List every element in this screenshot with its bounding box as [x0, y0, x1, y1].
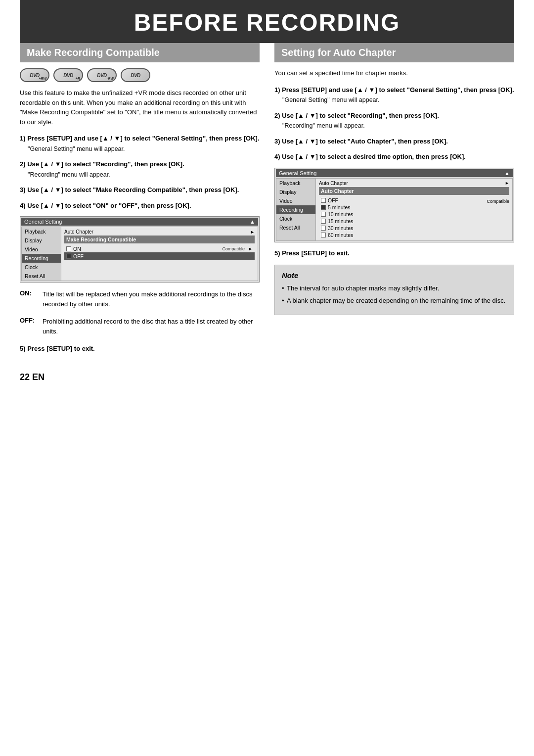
on-term: ON: — [20, 289, 38, 297]
right-ui-body: Playback Display Video Recording Clock R… — [276, 178, 513, 241]
right-step-2-sub: "Recording" menu will appear. — [274, 122, 514, 131]
page-number: 22 EN — [20, 372, 514, 382]
off-def: Prohibiting additional record to the dis… — [43, 317, 260, 336]
dvd-icon-1: DVD +RW — [20, 68, 49, 82]
left-menu-clock: Clock — [22, 263, 61, 272]
right-step-1-title: 1) Press [SETUP] and use [▲ / ▼] to sele… — [274, 85, 514, 95]
right-press-setup: 5) Press [SETUP] to exit. — [274, 249, 514, 257]
dvd-icons: DVD +RW DVD +R DVD -RW DVD — [20, 68, 260, 82]
left-column: Make Recording Compatible DVD +RW DVD +R… — [20, 43, 260, 357]
left-menu-video: Video — [22, 245, 61, 254]
right-60min-text: 60 minutes — [328, 232, 353, 238]
right-option-10min: 10 minutes — [319, 211, 355, 218]
right-5min-checkbox — [321, 205, 326, 210]
right-panel-title: Auto Chapter — [319, 187, 509, 195]
right-option-5min: 5 minutes — [319, 204, 355, 211]
off-def-row: OFF: Prohibiting additional record to th… — [20, 317, 260, 340]
right-30min-checkbox — [321, 226, 326, 231]
right-compat-col: Compatible — [487, 197, 509, 204]
right-menu-clock: Clock — [276, 214, 315, 223]
note-item-2: A blank chapter may be created depending… — [282, 296, 507, 306]
left-ui-title-bar: General Setting ▲ — [21, 218, 258, 226]
content-columns: Make Recording Compatible DVD +RW DVD +R… — [20, 43, 514, 357]
left-step-3: 3) Use [▲ / ▼] to select "Make Recording… — [20, 185, 260, 195]
left-ui-title-icon: ▲ — [250, 219, 255, 225]
left-press-setup: 5) Press [SETUP] to exit. — [20, 345, 260, 352]
left-on-checkbox — [66, 246, 71, 251]
right-menu-recording: Recording — [276, 205, 315, 214]
right-column: Setting for Auto Chapter You can set a s… — [274, 43, 514, 357]
right-option-15min: 15 minutes — [319, 218, 355, 225]
right-step-1-sub: "General Setting" menu will appear. — [274, 96, 514, 105]
left-ui-panel: Auto Chapter ► Make Recording Compatible… — [61, 227, 258, 281]
left-step-1: 1) Press [SETUP] and use [▲ / ▼] to sele… — [20, 134, 260, 153]
left-step-2-sub: "Recording" menu will appear. — [20, 171, 260, 180]
left-menu-playback: Playback — [22, 227, 61, 236]
right-compat-label: Compatible — [487, 199, 509, 204]
right-step-3-title: 3) Use [▲ / ▼] to select "Auto Chapter",… — [274, 137, 514, 146]
left-panel-title: Make Recording Compatible — [64, 236, 255, 243]
left-step-4: 4) Use [▲ / ▼] to select "ON" or "OFF", … — [20, 201, 260, 211]
right-section-header: Setting for Auto Chapter — [274, 43, 514, 62]
right-off-checkbox — [321, 198, 326, 203]
page-container: BEFORE RECORDING Make Recording Compatib… — [0, 0, 534, 756]
on-def-row: ON: Title list will be replaced when you… — [20, 289, 260, 313]
note-box: Note The interval for auto chapter marks… — [274, 265, 514, 315]
right-step-4: 4) Use [▲ / ▼] to select a desired time … — [274, 152, 514, 162]
right-step-2: 2) Use [▲ / ▼] to select "Recording", th… — [274, 111, 514, 131]
left-step-3-title: 3) Use [▲ / ▼] to select "Make Recording… — [20, 185, 260, 195]
right-options-list: OFF 5 minutes 10 minutes — [319, 197, 355, 238]
left-arrow-icon: ► — [250, 230, 255, 235]
left-off-label: OFF — [73, 253, 84, 259]
left-ui-screenshot: General Setting ▲ Playback Display Video… — [20, 216, 260, 283]
dvd-icon-2: DVD +R — [53, 68, 83, 82]
on-off-definitions: ON: Title list will be replaced when you… — [20, 289, 260, 340]
right-ui-title-bar: General Setting ▲ — [276, 169, 513, 177]
left-compat-arrow: ► — [248, 246, 253, 251]
right-auto-chapter-label: Auto Chapter — [319, 181, 348, 186]
right-15min-checkbox — [321, 219, 326, 224]
right-ui-panel: Auto Chapter ► Auto Chapter OFF — [316, 179, 512, 240]
right-step-2-title: 2) Use [▲ / ▼] to select "Recording", th… — [274, 111, 514, 121]
right-step-3: 3) Use [▲ / ▼] to select "Auto Chapter",… — [274, 137, 514, 146]
main-title: BEFORE RECORDING — [20, 0, 514, 43]
right-step-1: 1) Press [SETUP] and use [▲ / ▼] to sele… — [274, 85, 514, 105]
left-on-row: ON Compatible ► — [64, 245, 255, 252]
right-15min-text: 15 minutes — [328, 218, 353, 224]
right-menu-video: Video — [276, 196, 315, 205]
right-ui-title-icon: ▲ — [504, 170, 510, 176]
right-30min-text: 30 minutes — [328, 225, 353, 231]
right-intro-text: You can set a specified time for chapter… — [274, 68, 514, 78]
right-ui-screenshot: General Setting ▲ Playback Display Video… — [274, 168, 514, 242]
on-def: Title list will be replaced when you mak… — [43, 289, 260, 309]
right-ui-menu: Playback Display Video Recording Clock R… — [276, 179, 316, 240]
left-menu-recording: Recording — [22, 254, 61, 263]
left-step-1-title: 1) Press [SETUP] and use [▲ / ▼] to sele… — [20, 134, 260, 143]
left-ui-title-text: General Setting — [24, 219, 62, 225]
right-10min-text: 10 minutes — [328, 211, 353, 217]
right-ui-title-text: General Setting — [279, 170, 316, 176]
right-10min-checkbox — [321, 212, 326, 217]
right-off-text: OFF — [328, 197, 338, 203]
dvd-icon-4: DVD — [121, 68, 150, 82]
note-title: Note — [282, 271, 507, 280]
right-60min-checkbox — [321, 233, 326, 237]
note-item-1: The interval for auto chapter marks may … — [282, 284, 507, 293]
dvd-icon-3: DVD -RW — [87, 68, 117, 82]
left-step-1-sub: "General Setting" menu will appear. — [20, 145, 260, 154]
left-off-row: OFF — [64, 252, 255, 260]
left-ui-menu: Playback Display Video Recording Clock R… — [22, 227, 61, 281]
right-option-off: OFF — [319, 197, 355, 204]
left-menu-display: Display — [22, 236, 61, 245]
right-option-60min: 60 minutes — [319, 232, 355, 238]
left-step-4-title: 4) Use [▲ / ▼] to select "ON" or "OFF", … — [20, 201, 260, 211]
right-option-30min: 30 minutes — [319, 225, 355, 232]
right-menu-display: Display — [276, 188, 315, 196]
left-auto-chapter-label: Auto Chapter — [64, 229, 93, 235]
left-menu-reset: Reset All — [22, 272, 61, 281]
left-ui-body: Playback Display Video Recording Clock R… — [21, 227, 258, 281]
right-arrow-icon: ► — [505, 181, 509, 186]
left-step-2: 2) Use [▲ / ▼] to select "Recording", th… — [20, 159, 260, 179]
left-on-label: ON — [73, 246, 81, 252]
left-intro-text: Use this feature to make the unfinalized… — [20, 88, 260, 127]
